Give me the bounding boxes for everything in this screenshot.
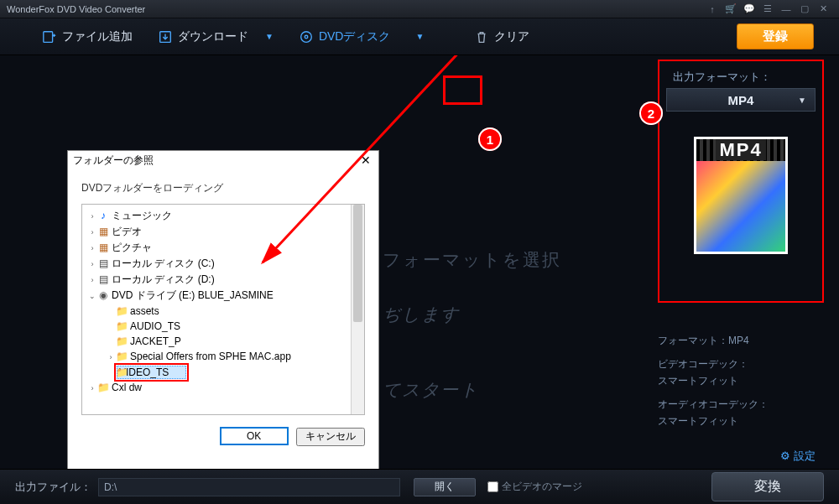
bg-hint-line3: てスタート <box>383 378 479 402</box>
up-icon[interactable]: ↑ <box>703 4 722 14</box>
add-file-label: ファイル追加 <box>62 29 133 44</box>
expand-icon[interactable]: › <box>87 273 97 288</box>
expand-icon[interactable]: › <box>87 257 97 272</box>
tree-item-label: ミュージック <box>112 210 172 221</box>
download-icon <box>158 29 173 44</box>
folder-tree[interactable]: ›♪ミュージック›▦ビデオ›▦ピクチャ›▤ローカル ディスク (C:)›▤ローカ… <box>81 204 365 415</box>
annotation-callout-1: 1 <box>478 127 502 151</box>
output-format-dropdown[interactable]: MP4 ▼ <box>666 88 816 112</box>
merge-checkbox-input[interactable] <box>487 481 498 492</box>
output-path-input[interactable] <box>98 478 400 496</box>
tree-item-label: JACKET_P <box>130 335 181 347</box>
expand-icon[interactable]: › <box>87 225 97 240</box>
maximize-icon[interactable]: ▢ <box>795 3 814 14</box>
dialog-instruction: DVDフォルダーをローディング <box>68 169 378 204</box>
expand-icon[interactable]: ⌄ <box>87 288 97 304</box>
convert-button[interactable]: 変換 <box>711 472 824 501</box>
thumb-image <box>696 161 785 252</box>
tree-item[interactable]: ⌄◉DVD ドライブ (E:) BLUE_JASMINE <box>87 288 364 304</box>
expand-icon[interactable]: › <box>87 241 97 256</box>
download-label: ダウンロード <box>178 29 248 44</box>
svg-point-2 <box>301 31 312 42</box>
app-title: WonderFox DVD Video Converter <box>7 4 703 14</box>
dvd-disc-button[interactable]: DVDディスク ▼ <box>299 29 424 44</box>
tree-item[interactable]: ›▦ビデオ <box>87 224 364 240</box>
output-meta: フォーマット：MP4 ビデオコーデック： スマートフィット オーディオコーデック… <box>658 332 824 436</box>
dvd-chevron-icon[interactable]: ▼ <box>415 32 424 41</box>
register-label: 登録 <box>763 29 788 43</box>
tree-item[interactable]: ›▤ローカル ディスク (D:) <box>87 272 364 288</box>
folder-icon: ♪ <box>97 208 109 223</box>
tree-item[interactable]: 📁JACKET_P <box>87 334 364 349</box>
meta-format: フォーマット：MP4 <box>658 332 824 349</box>
clear-label: クリア <box>494 29 529 44</box>
expand-icon[interactable]: › <box>106 350 116 365</box>
folder-icon: ▦ <box>97 240 109 255</box>
close-icon[interactable]: ✕ <box>814 3 832 14</box>
tree-item[interactable]: 📁assets <box>87 304 364 319</box>
add-file-button[interactable]: ファイル追加 <box>42 29 133 44</box>
tree-item-label: AUDIO_TS <box>130 320 180 332</box>
tree-item-label: ピクチャ <box>112 242 152 253</box>
dialog-close-icon[interactable]: ✕ <box>358 153 373 167</box>
scrollbar-thumb[interactable] <box>353 205 362 322</box>
svg-point-3 <box>305 35 308 39</box>
clear-button[interactable]: クリア <box>474 29 529 44</box>
dialog-title: フォルダーの参照 <box>73 153 358 168</box>
menu-icon[interactable]: ☰ <box>758 3 777 14</box>
annotation-callout-2: 2 <box>639 101 663 125</box>
toolbar: ファイル追加 ダウンロード ▼ DVDディスク ▼ クリア 登録 <box>0 18 839 55</box>
settings-link[interactable]: 設定 <box>780 449 816 464</box>
chevron-down-icon: ▼ <box>798 96 806 105</box>
bg-hint-line2: ぢします <box>383 303 460 326</box>
download-button[interactable]: ダウンロード ▼ <box>158 29 274 44</box>
register-button[interactable]: 登録 <box>737 23 814 49</box>
bg-hint-format: フォーマットを選択 <box>383 248 561 272</box>
folder-icon: ◉ <box>97 288 109 303</box>
folder-icon: 📁 <box>116 319 128 334</box>
add-file-icon <box>42 29 57 44</box>
tree-item-label: ローカル ディスク (C:) <box>112 257 215 269</box>
merge-label: 全ビデオのマージ <box>502 480 582 494</box>
dvd-disc-label: DVDディスク <box>319 29 391 44</box>
thumb-format-text: MP4 <box>696 139 785 161</box>
tree-item[interactable]: 📁AUDIO_TS <box>87 319 364 334</box>
tree-item-label: ビデオ <box>112 226 142 237</box>
tree-item-label: Cxl dw <box>112 382 142 393</box>
expand-icon[interactable]: › <box>87 381 97 396</box>
meta-acodec: オーディオコーデック： スマートフィット <box>658 396 824 429</box>
output-format-panel: 出力フォーマット： MP4 ▼ MP4 <box>658 60 824 303</box>
merge-checkbox[interactable]: 全ビデオのマージ <box>487 480 582 494</box>
folder-icon: ▦ <box>97 224 109 239</box>
output-format-value: MP4 <box>728 93 754 107</box>
bottom-bar: 出力ファイル： 開く 全ビデオのマージ 変換 <box>0 469 839 504</box>
output-format-label: 出力フォーマット： <box>659 61 822 88</box>
ok-button[interactable]: OK <box>220 427 289 445</box>
tree-item[interactable]: ›📁Cxl dw <box>87 380 364 396</box>
tree-item[interactable]: ›♪ミュージック <box>87 208 364 224</box>
minimize-icon[interactable]: — <box>777 4 795 14</box>
folder-icon: 📁 <box>116 365 128 380</box>
folder-icon: 📁 <box>116 349 128 364</box>
body-area: フォーマットを選択 ぢします てスタート 出力フォーマット： MP4 ▼ MP4… <box>0 55 839 469</box>
chat-icon[interactable]: 💬 <box>740 3 758 14</box>
tree-scrollbar[interactable] <box>351 205 364 414</box>
cart-icon[interactable]: 🛒 <box>722 3 740 14</box>
tree-item[interactable]: ›📁Special Offers from SPHE MAC.app <box>87 349 364 365</box>
download-chevron-icon[interactable]: ▼ <box>265 32 274 41</box>
tree-item[interactable]: ›▤ローカル ディスク (C:) <box>87 256 364 272</box>
tree-item-label: DVD ドライブ (E:) BLUE_JASMINE <box>112 289 274 301</box>
folder-icon: 📁 <box>116 334 128 349</box>
open-folder-button[interactable]: 開く <box>414 478 476 496</box>
folder-icon: ▤ <box>97 272 109 287</box>
folder-icon: ▤ <box>97 256 109 271</box>
tree-item[interactable]: ›▦ピクチャ <box>87 240 364 256</box>
dvd-icon <box>299 29 314 44</box>
output-format-thumbnail[interactable]: MP4 <box>694 137 788 254</box>
output-file-label: 出力ファイル： <box>15 480 91 495</box>
expand-icon[interactable]: › <box>87 209 97 224</box>
dialog-titlebar: フォルダーの参照 ✕ <box>68 151 378 169</box>
tree-item[interactable]: 📁VIDEO_TS <box>87 365 364 380</box>
titlebar: WonderFox DVD Video Converter ↑ 🛒 💬 ☰ — … <box>0 0 839 18</box>
cancel-button[interactable]: キャンセル <box>296 428 365 446</box>
